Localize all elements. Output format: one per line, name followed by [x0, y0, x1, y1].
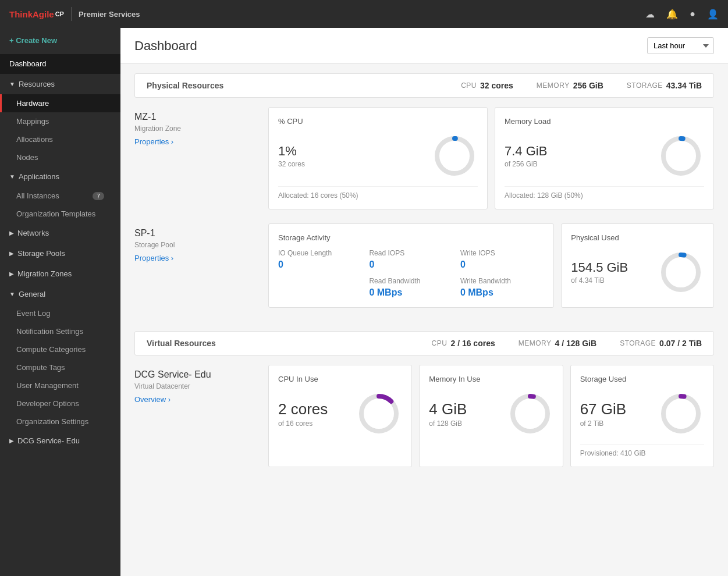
logo-brand: ThinkAgile: [9, 9, 54, 19]
sp1-read-iops-label: Read IOPS: [369, 249, 453, 257]
virtual-memory-value: 4 / 128 GiB: [555, 339, 597, 348]
svg-point-0: [437, 138, 472, 173]
mz1-row: MZ-1 Migration Zone Properties › % CPU 1…: [134, 107, 714, 209]
dcg-storage-footer: Provisioned: 410 GiB: [580, 444, 704, 457]
mz1-cpu-title: % CPU: [278, 117, 478, 126]
bell-icon[interactable]: 🔔: [666, 9, 678, 20]
physical-memory-value: 256 GiB: [573, 81, 603, 90]
dcg-cpu-title: CPU In Use: [278, 375, 402, 383]
dcg-storage-title: Storage Used: [580, 375, 704, 383]
sidebar-item-compute-tags[interactable]: Compute Tags: [0, 358, 120, 376]
top-navigation: ThinkAgile CP Premier Services ☁ 🔔 ● 👤: [0, 0, 728, 28]
sp1-write-bw-value: 0 MBps: [460, 287, 544, 298]
sp1-physical-used-title: Physical Used: [571, 233, 704, 242]
cloud-upload-icon[interactable]: ☁: [645, 9, 655, 20]
mz1-memory-sub: of 256 GiB: [505, 160, 547, 168]
create-new-button[interactable]: + Create New: [0, 28, 120, 54]
sp1-physical-used-donut: [658, 249, 704, 296]
virtual-storage-label: STORAGE: [620, 339, 656, 347]
page-header: Dashboard Last hour Last 6 hours Last 24…: [120, 28, 728, 64]
virtual-resources-bar: Virtual Resources CPU 2 / 16 cores MEMOR…: [134, 331, 714, 355]
mz1-cpu-card: % CPU 1% 32 cores: [268, 107, 488, 209]
virtual-storage-stat: STORAGE 0.07 / 2 TiB: [620, 339, 702, 348]
sp1-cards: Storage Activity IO Queue Length 0 Read …: [268, 223, 714, 308]
chevron-right-icon: ▶: [9, 438, 14, 444]
dcg-cpu-card: CPU In Use 2 cores of 16 cores: [268, 365, 412, 467]
physical-storage-stat: STORAGE 43.34 TiB: [627, 81, 702, 90]
sidebar-item-nodes[interactable]: Nodes: [0, 148, 120, 166]
sidebar-item-hardware[interactable]: Hardware: [0, 94, 120, 112]
sidebar-section-networks-label: Networks: [17, 229, 49, 237]
user-icon[interactable]: 👤: [707, 9, 719, 20]
time-range-select[interactable]: Last hour Last 6 hours Last 24 hours Las…: [647, 37, 714, 54]
sp1-type: Storage Pool: [134, 241, 268, 249]
sidebar-section-resources-label: Resources: [19, 80, 55, 88]
sidebar-item-allocations[interactable]: Allocations: [0, 130, 120, 148]
dcg-storage-body: 67 GiB of 2 TiB: [580, 390, 704, 437]
sidebar-section-networks[interactable]: ▶ Networks: [0, 223, 120, 243]
sidebar-item-mappings[interactable]: Mappings: [0, 112, 120, 130]
sp1-row: SP-1 Storage Pool Properties › Storage A…: [134, 223, 714, 308]
sidebar-item-dashboard[interactable]: Dashboard: [0, 54, 120, 74]
mz1-memory-value: 7.4 GiB: [505, 144, 547, 159]
sidebar-section-general-label: General: [19, 290, 45, 298]
sidebar-section-applications[interactable]: ▼ Applications: [0, 166, 120, 187]
sidebar-item-event-log[interactable]: Event Log: [0, 304, 120, 322]
dcg-label: DCG Service- Edu Virtual Datacenter Over…: [134, 365, 268, 404]
virtual-cpu-value: 2 / 16 cores: [450, 339, 495, 348]
sidebar-item-developer-options[interactable]: Developer Options: [0, 394, 120, 413]
sidebar-section-storage-pools[interactable]: ▶ Storage Pools: [0, 243, 120, 264]
dcg-overview-link[interactable]: Overview ›: [134, 395, 171, 404]
sp1-io-queue: IO Queue Length 0: [278, 249, 362, 270]
physical-cpu-label: CPU: [461, 81, 477, 90]
sp1-read-bw-label: Read Bandwidth: [369, 277, 453, 285]
mz1-memory-body: 7.4 GiB of 256 GiB: [505, 133, 704, 179]
chevron-right-icon: ▶: [9, 271, 14, 277]
mz1-memory-donut: [658, 133, 704, 179]
dcg-storage-donut: [658, 390, 704, 437]
chevron-down-icon: ▼: [9, 173, 15, 180]
virtual-memory-stat: MEMORY 4 / 128 GiB: [519, 339, 596, 348]
sidebar-item-notification-settings[interactable]: Notification Settings: [0, 322, 120, 340]
dcg-memory-sub: of 128 GiB: [429, 419, 467, 428]
sp1-read-iops-value: 0: [369, 259, 453, 270]
sidebar-item-organization-settings[interactable]: Organization Settings: [0, 413, 120, 431]
sp1-physical-used-value: 154.5 GiB: [571, 260, 628, 275]
sidebar-item-org-templates[interactable]: Organization Templates: [0, 205, 120, 223]
virtual-cpu-stat: CPU 2 / 16 cores: [432, 339, 495, 348]
all-instances-label: All Instances: [16, 191, 59, 200]
globe-icon[interactable]: ●: [690, 9, 695, 19]
sp1-label: SP-1 Storage Pool Properties ›: [134, 223, 268, 262]
sidebar-section-dcg[interactable]: ▶ DCG Service- Edu: [0, 431, 120, 451]
sp1-physical-used-card: Physical Used 154.5 GiB of 4.34 TiB: [561, 223, 714, 308]
sp1-properties-link[interactable]: Properties ›: [134, 254, 173, 262]
sidebar-item-compute-categories[interactable]: Compute Categories: [0, 340, 120, 358]
all-instances-badge: 7: [93, 192, 104, 200]
sidebar-item-user-management[interactable]: User Management: [0, 376, 120, 394]
mz1-cards: % CPU 1% 32 cores: [268, 107, 714, 209]
mz1-properties-link[interactable]: Properties ›: [134, 137, 173, 146]
sidebar-section-resources[interactable]: ▼ Resources: [0, 74, 120, 94]
sp1-read-bw-value: 0 MBps: [369, 287, 453, 298]
sidebar-section-migration-zones[interactable]: ▶ Migration Zones: [0, 264, 120, 284]
physical-resources-bar: Physical Resources CPU 32 cores MEMORY 2…: [134, 73, 714, 98]
mz1-cpu-sub: 32 cores: [278, 160, 305, 168]
sp1-read-bw: Read Bandwidth 0 MBps: [369, 277, 453, 298]
sidebar-section-general[interactable]: ▼ General: [0, 284, 120, 304]
logo-service: Premier Services: [79, 10, 140, 19]
svg-point-4: [663, 255, 698, 290]
sidebar-item-all-instances[interactable]: All Instances 7: [0, 187, 120, 205]
mz1-type: Migration Zone: [134, 125, 268, 133]
dcg-cpu-sub: of 16 cores: [278, 419, 328, 428]
logo-divider: [71, 7, 72, 21]
virtual-memory-label: MEMORY: [519, 339, 552, 347]
sp1-io-queue-value: 0: [278, 259, 362, 270]
mz1-cpu-body: 1% 32 cores: [278, 133, 478, 179]
physical-cpu-value: 32 cores: [480, 81, 513, 90]
sidebar-section-dcg-label: DCG Service- Edu: [17, 436, 80, 445]
sp1-physical-used-body: 154.5 GiB of 4.34 TiB: [571, 249, 704, 296]
virtual-resources-section: Virtual Resources CPU 2 / 16 cores MEMOR…: [120, 331, 728, 490]
dcg-cpu-body: 2 cores of 16 cores: [278, 390, 402, 437]
sidebar-section-applications-label: Applications: [19, 172, 59, 181]
dcg-memory-body: 4 GiB of 128 GiB: [429, 390, 553, 437]
